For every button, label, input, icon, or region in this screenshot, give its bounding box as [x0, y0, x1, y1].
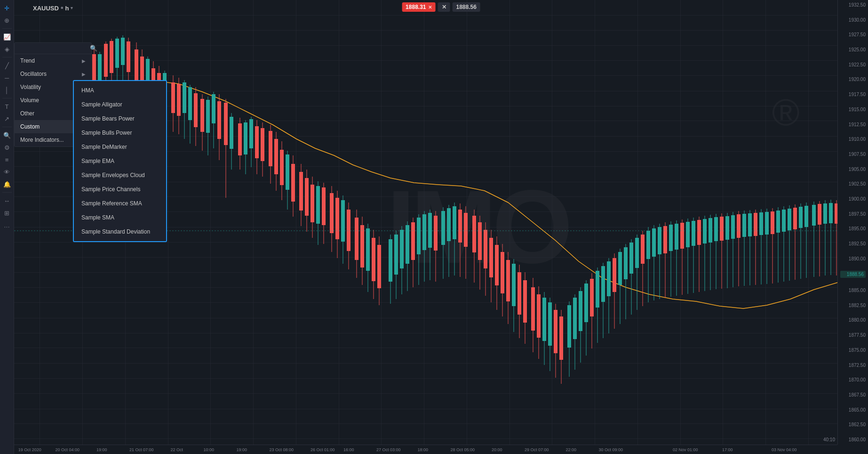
toolbar-layers[interactable]: ≡	[1, 154, 13, 165]
svg-rect-231	[709, 218, 712, 243]
submenu-bears-power[interactable]: Sample Bears Power	[74, 112, 166, 126]
submenu-reference-sma[interactable]: Sample Reference SMA	[74, 196, 166, 211]
price-1915: 1915.00	[840, 107, 866, 112]
svg-rect-37	[127, 41, 130, 72]
submenu-demarker[interactable]: Sample DeMarker	[74, 140, 166, 154]
submenu-envelopes-cloud[interactable]: Sample Envelopes Cloud	[74, 168, 166, 182]
svg-rect-211	[652, 228, 656, 257]
svg-rect-59	[194, 93, 198, 127]
toolbar-line[interactable]: ╱	[1, 60, 13, 71]
svg-rect-243	[742, 214, 746, 237]
search-input[interactable]	[17, 45, 88, 52]
svg-rect-115	[366, 228, 370, 271]
toolbar-separator2	[2, 57, 12, 57]
submenu-price-channels[interactable]: Sample Price Channels	[74, 182, 166, 196]
toolbar-crosshair[interactable]: ⊕	[1, 15, 13, 26]
svg-rect-209	[646, 231, 650, 259]
submenu-sma[interactable]: Sample SMA	[74, 211, 166, 225]
toolbar-zoom[interactable]: 🔍	[1, 130, 13, 141]
toolbar-indicators[interactable]: 📈	[1, 31, 13, 42]
svg-rect-39	[135, 49, 138, 82]
toolbar-templates[interactable]: ◈	[1, 43, 13, 55]
price-1892: 1892.50	[840, 241, 866, 246]
svg-rect-159	[501, 252, 504, 293]
svg-rect-215	[663, 226, 667, 253]
toolbar-cursor[interactable]: ✛	[1, 2, 13, 14]
search-icon[interactable]: 🔍	[90, 45, 97, 52]
toolbar-alerts[interactable]: 🔔	[1, 178, 13, 190]
price-badge-1: 1888.31 ✕	[402, 2, 435, 12]
svg-rect-67	[217, 101, 221, 139]
symbol-name: XAUUSD	[33, 5, 59, 12]
svg-rect-63	[206, 100, 210, 133]
svg-rect-173	[542, 298, 546, 341]
toolbar-separator5	[2, 192, 12, 193]
submenu-bulls-power[interactable]: Sample Bulls Power	[74, 126, 166, 140]
svg-rect-177	[554, 310, 557, 353]
menu-more-label: More Indicators...	[20, 137, 64, 143]
svg-rect-245	[748, 213, 752, 236]
svg-rect-77	[249, 119, 253, 148]
svg-rect-91	[291, 164, 295, 202]
price-badge-2: 1888.56	[453, 2, 480, 12]
submenu-std-dev[interactable]: Sample Standard Deviation	[74, 225, 166, 239]
toolbar-hline[interactable]: ─	[1, 72, 13, 83]
toolbar-settings[interactable]: ⚙	[1, 142, 13, 153]
toolbar-separator4	[2, 127, 12, 127]
svg-rect-169	[531, 287, 535, 331]
svg-rect-157	[495, 245, 499, 285]
toolbar-zoom2[interactable]: ⊞	[1, 207, 13, 219]
oscillators-arrow: ▶	[82, 72, 86, 77]
svg-rect-167	[523, 280, 527, 323]
svg-rect-261	[793, 208, 797, 229]
price-1897: 1897.50	[840, 211, 866, 217]
svg-rect-179	[559, 316, 563, 360]
svg-rect-109	[347, 210, 350, 251]
svg-rect-139	[441, 211, 445, 245]
price-1875: 1875.00	[840, 348, 866, 353]
svg-rect-33	[115, 39, 119, 68]
menu-item-oscillators[interactable]: Oscillators ▶	[15, 67, 91, 81]
svg-rect-53	[177, 84, 181, 116]
submenu-hma[interactable]: HMA	[74, 83, 166, 97]
price-1885: 1885.00	[840, 288, 866, 293]
price-1890: 1890.00	[840, 256, 866, 261]
menu-item-trend[interactable]: Trend ▶	[15, 54, 91, 67]
menu-volatility-label: Volatility	[20, 84, 41, 90]
toolbar-text[interactable]: T	[1, 101, 13, 112]
svg-rect-57	[188, 87, 192, 120]
svg-rect-121	[389, 239, 392, 282]
svg-rect-241	[737, 214, 741, 238]
symbol-dot: •	[61, 4, 64, 12]
price-1870: 1870.00	[840, 377, 866, 382]
svg-rect-79	[255, 126, 259, 158]
symbol-expand[interactable]: ▾	[71, 6, 73, 10]
price-badge-1-close[interactable]: ✕	[428, 5, 432, 10]
toolbar-measure[interactable]: ↔	[1, 195, 13, 206]
price-1902: 1902.50	[840, 181, 866, 186]
price-1912: 1912.50	[840, 122, 866, 127]
submenu-alligator[interactable]: Sample Alligator	[74, 97, 166, 112]
menu-volume-label: Volume	[20, 97, 39, 104]
price-1922: 1922.50	[840, 62, 866, 67]
toolbar-watch[interactable]: 👁	[1, 166, 13, 178]
price-badge-separator: ✕	[438, 2, 450, 12]
svg-rect-221	[680, 223, 684, 249]
price-1930: 1930.00	[840, 17, 866, 23]
toolbar-more[interactable]: …	[1, 219, 13, 231]
svg-rect-129	[411, 222, 415, 260]
svg-rect-189	[590, 279, 594, 316]
toolbar-vline[interactable]: │	[1, 84, 13, 96]
svg-rect-89	[286, 154, 289, 190]
submenu-ema[interactable]: Sample EMA	[74, 154, 166, 168]
time-22h: 22:00	[566, 447, 577, 452]
time-19oct: 19 Oct 2020	[18, 447, 41, 452]
svg-rect-101	[322, 187, 326, 225]
svg-rect-205	[635, 238, 639, 268]
svg-rect-99	[316, 186, 320, 224]
svg-rect-65	[212, 94, 215, 123]
toolbar-arrow[interactable]: ↗	[1, 113, 13, 124]
price-1872: 1872.50	[840, 363, 866, 368]
time-18h: 18:00	[418, 447, 429, 452]
price-1907: 1907.50	[840, 152, 866, 157]
